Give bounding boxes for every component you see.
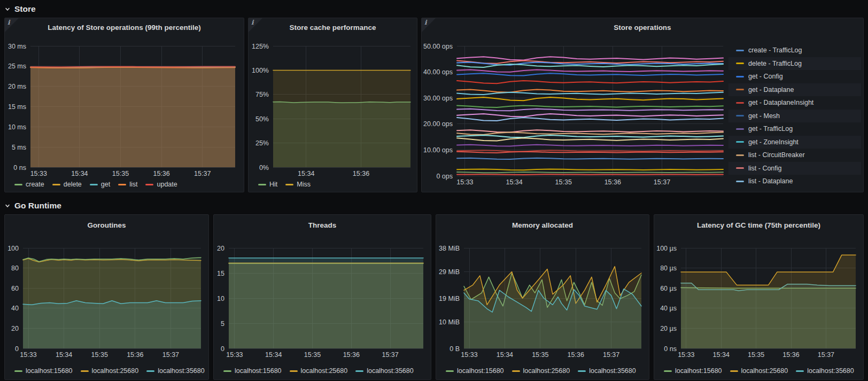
panel-title[interactable]: Memory allocated — [436, 215, 649, 235]
section-title-store: Store — [14, 4, 36, 14]
legend-item-localhost-15680[interactable]: localhost:15680 — [14, 367, 73, 375]
panel-title[interactable]: Threads — [214, 215, 431, 235]
legend-item-localhost-25680[interactable]: localhost:25680 — [290, 367, 348, 375]
series-line — [457, 169, 723, 170]
legend-item-localhost-15680[interactable]: localhost:15680 — [223, 367, 282, 375]
series-line — [457, 81, 723, 83]
legend-item-localhost-35680[interactable]: localhost:35680 — [146, 367, 205, 375]
legend-item-get-trafficlog[interactable]: get - TrafficLog — [728, 122, 861, 136]
legend-item-localhost-35680[interactable]: localhost:35680 — [796, 367, 854, 375]
legend-color-dash-icon — [664, 370, 672, 372]
legend-item-localhost-35680[interactable]: localhost:35680 — [578, 367, 636, 375]
y-tick-label: 0 — [221, 345, 224, 353]
legend-item-localhost-25680[interactable]: localhost:25680 — [512, 367, 570, 375]
chart-canvas[interactable]: 100 µs80 µs60 µs40 µs20 µs0 ns15:3315:34… — [654, 235, 863, 363]
legend-item-create-trafficlog[interactable]: create - TrafficLog — [728, 44, 861, 57]
legend-color-dash-icon — [355, 370, 363, 372]
x-tick-label: 15:35 — [91, 351, 108, 359]
legend-label: localhost:35680 — [367, 367, 414, 375]
legend: localhost:15680localhost:25680localhost:… — [436, 363, 649, 378]
x-tick-label: 15:34 — [497, 351, 513, 359]
legend-item-localhost-25680[interactable]: localhost:25680 — [730, 367, 788, 375]
legend-item-delete-trafficlog[interactable]: delete - TrafficLog — [728, 57, 861, 71]
y-tick-label: 100 — [7, 245, 19, 252]
legend-label: create - TrafficLog — [748, 46, 802, 54]
legend-label: list — [129, 181, 137, 188]
panel-title[interactable]: Goroutines — [5, 215, 208, 235]
legend-label: localhost:15680 — [675, 367, 722, 375]
series-line — [457, 138, 723, 141]
x-tick-label: 15:36 — [343, 351, 360, 359]
legend-item-hit[interactable]: Hit — [258, 181, 277, 188]
y-tick-label: 0% — [259, 164, 269, 172]
chart-canvas[interactable]: 2015105015:3315:3415:3515:3615:37 — [214, 235, 431, 363]
y-tick-label: 10 ms — [8, 123, 26, 131]
legend-label: localhost:35680 — [807, 367, 854, 375]
legend-item-list-dataplane[interactable]: list - Dataplane — [728, 175, 861, 188]
legend-label: get - Dataplane — [748, 86, 794, 94]
legend-item-localhost-35680[interactable]: localhost:35680 — [355, 367, 414, 375]
legend-item-list-circuitbreaker[interactable]: list - CircuitBreaker — [728, 149, 861, 162]
chart-canvas[interactable]: 10080604020015:3315:3415:3515:3615:37 — [5, 235, 208, 363]
legend: localhost:15680localhost:25680localhost:… — [214, 363, 431, 378]
section-header-go-runtime[interactable]: Go Runtime — [4, 200, 864, 212]
x-tick-label: 15:34 — [56, 351, 72, 359]
legend-item-get-zoneinsight[interactable]: get - ZoneInsight — [728, 136, 861, 149]
legend: localhost:15680localhost:25680localhost:… — [5, 363, 208, 378]
legend-item-list-config[interactable]: list - Config — [728, 162, 861, 175]
chart-canvas[interactable]: 125%100%75%50%25%0%15:3415:36 — [249, 36, 417, 178]
legend-item-delete[interactable]: delete — [52, 181, 82, 188]
y-tick-label: 29 MiB — [439, 268, 460, 276]
legend-color-dash-icon — [736, 76, 744, 77]
legend-label: get - DataplaneInsight — [748, 99, 813, 106]
x-tick-label: 15:35 — [532, 351, 548, 359]
y-tick-label: 20 — [11, 325, 19, 332]
legend-item-localhost-15680[interactable]: localhost:15680 — [446, 367, 504, 375]
legend-item-localhost-15680[interactable]: localhost:15680 — [664, 367, 722, 375]
panel-title[interactable]: Store cache performance — [249, 18, 417, 36]
y-tick-label: 60 µs — [660, 285, 677, 292]
x-tick-label: 15:36 — [568, 351, 584, 359]
x-tick-label: 15:34 — [71, 170, 88, 177]
panel-info-icon[interactable]: i — [422, 18, 436, 32]
legend-color-dash-icon — [290, 370, 298, 372]
legend-item-get[interactable]: get — [90, 181, 110, 188]
chart-canvas[interactable]: 30 ms25 ms20 ms15 ms10 ms5 ms0 ns15:3315… — [5, 36, 244, 178]
series-area — [681, 255, 856, 348]
legend-item-localhost-25680[interactable]: localhost:25680 — [81, 367, 139, 375]
legend-item-list[interactable]: list — [118, 181, 137, 188]
series-area — [273, 102, 410, 167]
y-tick-label: 100% — [252, 67, 269, 74]
legend-item-get-mesh[interactable]: get - Mesh — [728, 110, 861, 123]
section-header-store[interactable]: Store — [4, 3, 864, 15]
panel-title[interactable]: Store operations — [422, 18, 863, 36]
x-tick-label: 15:33 — [226, 351, 243, 359]
legend-color-dash-icon — [285, 184, 293, 185]
chart-canvas[interactable]: 38 MiB29 MiB19 MiB10 MiB0 B15:3315:3415:… — [436, 235, 649, 363]
x-tick-label: 15:35 — [748, 351, 764, 359]
x-tick-label: 15:37 — [162, 351, 179, 359]
legend-item-get-dataplane[interactable]: get - Dataplane — [728, 83, 861, 97]
legend-label: delete - TrafficLog — [748, 60, 802, 67]
legend-label: Hit — [269, 181, 277, 188]
legend-label: localhost:25680 — [523, 367, 570, 375]
legend-item-miss[interactable]: Miss — [285, 181, 311, 188]
panel-title[interactable]: Latency of GC time (75th percentile) — [654, 215, 863, 235]
panel-info-icon[interactable]: i — [249, 18, 262, 32]
panel-info-icon[interactable]: i — [5, 18, 19, 32]
x-tick-label: 15:37 — [194, 170, 211, 177]
legend-item-update[interactable]: update — [145, 181, 177, 188]
legend-item-get-dataplaneinsight[interactable]: get - DataplaneInsight — [728, 96, 861, 110]
legend-label: localhost:25680 — [92, 367, 139, 375]
legend-label: update — [157, 181, 177, 188]
series-line — [457, 172, 723, 173]
legend-label: localhost:15680 — [235, 367, 282, 375]
y-tick-label: 40 — [11, 305, 19, 312]
panel-title[interactable]: Latency of Store operations (99th percen… — [5, 18, 244, 36]
panel-body: 50.00 ops40.00 ops30.00 ops20.00 ops10.0… — [422, 36, 863, 192]
legend-item-create[interactable]: create — [14, 181, 44, 188]
legend-color-dash-icon — [736, 181, 744, 182]
legend-item-get-config[interactable]: get - Config — [728, 70, 861, 83]
y-tick-label: 60 — [11, 285, 19, 292]
chart-canvas[interactable]: 50.00 ops40.00 ops30.00 ops20.00 ops10.0… — [422, 36, 728, 192]
